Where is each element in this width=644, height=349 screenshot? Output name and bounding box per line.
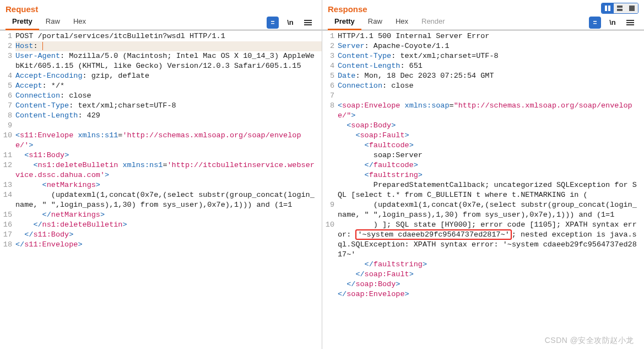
code-line[interactable]: 6Connection: close — [0, 91, 322, 101]
code-content[interactable]: <ns1:deleteBulletin xmlns:ns1='http://it… — [15, 160, 322, 180]
code-line[interactable]: 8Content-Length: 429 — [0, 111, 322, 121]
code-line[interactable]: 9 — [0, 121, 322, 131]
code-line[interactable]: <faultstring> — [322, 170, 644, 180]
code-line[interactable]: 14 (updatexml(1,concat(0x7e,(select subs… — [0, 190, 322, 210]
code-line[interactable]: 12 <ns1:deleteBulletin xmlns:ns1='http:/… — [0, 160, 322, 180]
code-line[interactable]: 5Accept: */* — [0, 81, 322, 91]
code-content[interactable]: Date: Mon, 18 Dec 2023 07:25:54 GMT — [338, 71, 644, 81]
line-number: 9 — [0, 121, 15, 131]
code-line[interactable]: 13 <netMarkings> — [0, 180, 322, 190]
code-line[interactable]: 4Accept-Encoding: gzip, deflate — [0, 71, 322, 81]
code-content[interactable]: <soap:Fault> — [338, 131, 644, 141]
code-line[interactable]: <soap:Body> — [322, 121, 644, 131]
code-content[interactable]: User-Agent: Mozilla/5.0 (Macintosh; Inte… — [15, 51, 322, 71]
code-line[interactable]: 7 — [322, 91, 644, 101]
code-content[interactable]: <netMarkings> — [15, 180, 322, 190]
code-content[interactable]: </soap:Envelope> — [338, 289, 644, 299]
code-content[interactable]: HTTP/1.1 500 Internal Server Error — [338, 31, 644, 41]
code-line[interactable]: </soap:Envelope> — [322, 289, 644, 299]
code-content[interactable]: Accept: */* — [15, 81, 322, 91]
code-line[interactable]: 7Content-Type: text/xml;charset=UTF-8 — [0, 101, 322, 111]
code-line[interactable]: 6Connection: close — [322, 81, 644, 91]
tab-raw[interactable]: Raw — [361, 15, 389, 30]
code-line[interactable]: 8<soap:Envelope xmlns:soap="http://schem… — [322, 101, 644, 121]
code-line[interactable]: 1HTTP/1.1 500 Internal Server Error — [322, 31, 644, 41]
tab-pretty[interactable]: Pretty — [6, 15, 39, 30]
beautify-icon[interactable]: = — [267, 17, 279, 29]
code-line[interactable]: 15 </netMarkings> — [0, 210, 322, 220]
code-content[interactable]: Content-Type: text/xml;charset=UTF-8 — [15, 101, 322, 111]
code-content[interactable]: POST /portal/services/itcBulletin?wsdl H… — [15, 31, 322, 41]
code-content[interactable]: <s11:Envelope xmlns:s11='http://schemas.… — [15, 131, 322, 151]
code-content[interactable]: Content-Length: 651 — [338, 61, 644, 71]
layout-single-icon[interactable] — [626, 3, 638, 13]
code-line[interactable]: 1POST /portal/services/itcBulletin?wsdl … — [0, 31, 322, 41]
code-content[interactable]: <faultstring> — [338, 170, 644, 180]
code-content[interactable]: Content-Length: 429 — [15, 111, 322, 121]
code-content[interactable]: </s11:Body> — [15, 230, 322, 240]
code-line[interactable]: 2Server: Apache-Coyote/1.1 — [322, 41, 644, 51]
request-pane: Request PrettyRawHex = \n 1POST /portal/… — [0, 0, 322, 349]
tab-hex[interactable]: Hex — [389, 15, 415, 30]
menu-icon[interactable] — [302, 17, 314, 29]
code-line[interactable]: 9 (updatexml(1,concat(0x7e,(select subst… — [322, 200, 644, 220]
code-line[interactable]: 16 </ns1:deleteBulletin> — [0, 220, 322, 230]
tab-pretty[interactable]: Pretty — [328, 15, 361, 30]
code-line[interactable]: 3User-Agent: Mozilla/5.0 (Macintosh; Int… — [0, 51, 322, 71]
code-content[interactable]: Host: — [15, 41, 322, 51]
code-content[interactable]: </faultstring> — [338, 260, 644, 270]
code-content[interactable]: Connection: close — [338, 81, 644, 91]
code-content[interactable]: <s11:Body> — [15, 151, 322, 160]
code-line[interactable]: </soap:Body> — [322, 280, 644, 289]
code-content[interactable]: </soap:Fault> — [338, 270, 644, 280]
code-line[interactable]: 4Content-Length: 651 — [322, 61, 644, 71]
newline-icon[interactable]: \n — [284, 17, 296, 29]
code-line[interactable]: 11 <s11:Body> — [0, 151, 322, 160]
code-content[interactable]: <faultcode> — [338, 141, 644, 151]
code-content[interactable]: (updatexml(1,concat(0x7e,(select substr(… — [338, 200, 644, 220]
code-content[interactable] — [338, 91, 644, 101]
tab-render[interactable]: Render — [415, 15, 452, 30]
code-content[interactable]: </s11:Envelope> — [15, 240, 322, 250]
code-content[interactable]: Accept-Encoding: gzip, deflate — [15, 71, 322, 81]
request-code[interactable]: 1POST /portal/services/itcBulletin?wsdl … — [0, 30, 322, 349]
beautify-icon[interactable]: = — [589, 17, 601, 29]
tab-raw[interactable]: Raw — [39, 15, 67, 30]
code-content[interactable]: soap:Server — [338, 151, 644, 160]
code-line[interactable]: 17 </s11:Body> — [0, 230, 322, 240]
code-line[interactable]: <faultcode> — [322, 141, 644, 151]
code-content[interactable]: Server: Apache-Coyote/1.1 — [338, 41, 644, 51]
code-line[interactable]: 2Host: — [0, 41, 322, 51]
code-content[interactable]: </faultcode> — [338, 160, 644, 170]
response-code[interactable]: 1HTTP/1.1 500 Internal Server Error2Serv… — [322, 30, 644, 349]
code-content[interactable]: Connection: close — [15, 91, 322, 101]
code-content[interactable]: </soap:Body> — [338, 280, 644, 289]
layout-columns-icon[interactable] — [602, 3, 614, 13]
code-line[interactable]: 18</s11:Envelope> — [0, 240, 322, 250]
code-line[interactable]: </soap:Fault> — [322, 270, 644, 280]
code-content[interactable]: </netMarkings> — [15, 210, 322, 220]
code-content[interactable]: ) ]; SQL state [HY000]; error code [1105… — [338, 220, 644, 260]
code-line[interactable]: soap:Server — [322, 151, 644, 160]
code-line[interactable]: 10 ) ]; SQL state [HY000]; error code [1… — [322, 220, 644, 260]
code-content[interactable]: PreparedStatementCallback; uncategorized… — [338, 180, 644, 200]
code-line[interactable]: 10<s11:Envelope xmlns:s11='http://schema… — [0, 131, 322, 151]
tab-hex[interactable]: Hex — [67, 15, 93, 30]
code-content[interactable] — [15, 121, 322, 131]
code-content[interactable]: (updatexml(1,concat(0x7e,(select substr(… — [15, 190, 322, 210]
code-line[interactable]: 5Date: Mon, 18 Dec 2023 07:25:54 GMT — [322, 71, 644, 81]
layout-rows-icon[interactable] — [614, 3, 626, 13]
code-line[interactable]: </faultstring> — [322, 260, 644, 270]
code-content[interactable]: Content-Type: text/xml;charset=UTF-8 — [338, 51, 644, 61]
code-line[interactable]: 3Content-Type: text/xml;charset=UTF-8 — [322, 51, 644, 61]
menu-icon[interactable] — [624, 17, 636, 29]
code-content[interactable]: <soap:Body> — [338, 121, 644, 131]
newline-icon[interactable]: \n — [607, 17, 619, 29]
code-line[interactable]: PreparedStatementCallback; uncategorized… — [322, 180, 644, 200]
line-number — [322, 260, 338, 270]
code-line[interactable]: </faultcode> — [322, 160, 644, 170]
code-line[interactable]: <soap:Fault> — [322, 131, 644, 141]
code-content[interactable]: <soap:Envelope xmlns:soap="http://schema… — [338, 101, 644, 121]
line-number: 1 — [0, 31, 15, 41]
code-content[interactable]: </ns1:deleteBulletin> — [15, 220, 322, 230]
